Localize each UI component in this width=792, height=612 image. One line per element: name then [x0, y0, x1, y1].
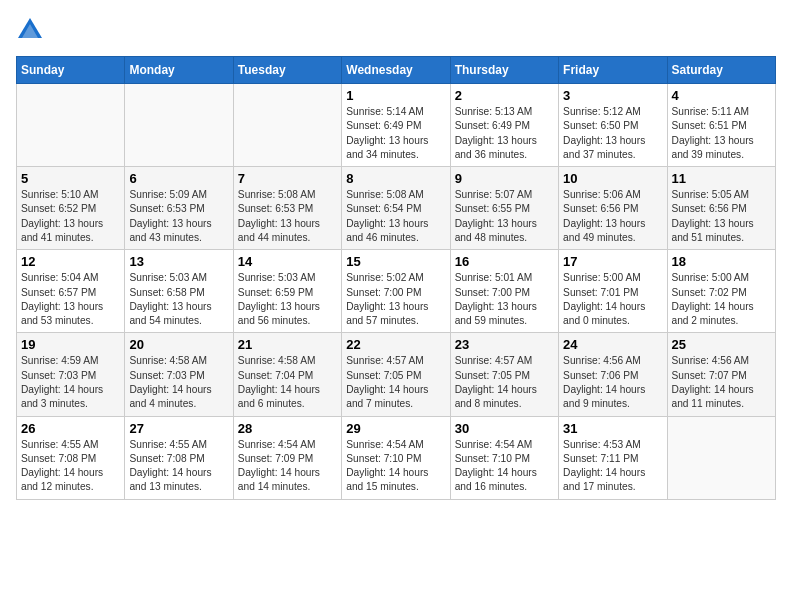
day-number: 8 — [346, 171, 445, 186]
calendar-week-row: 19Sunrise: 4:59 AM Sunset: 7:03 PM Dayli… — [17, 333, 776, 416]
calendar-cell: 19Sunrise: 4:59 AM Sunset: 7:03 PM Dayli… — [17, 333, 125, 416]
calendar-cell: 13Sunrise: 5:03 AM Sunset: 6:58 PM Dayli… — [125, 250, 233, 333]
calendar-cell — [17, 84, 125, 167]
day-info: Sunrise: 5:04 AM Sunset: 6:57 PM Dayligh… — [21, 271, 120, 328]
day-number: 25 — [672, 337, 771, 352]
day-number: 12 — [21, 254, 120, 269]
day-info: Sunrise: 4:58 AM Sunset: 7:03 PM Dayligh… — [129, 354, 228, 411]
day-info: Sunrise: 5:06 AM Sunset: 6:56 PM Dayligh… — [563, 188, 662, 245]
calendar-week-row: 1Sunrise: 5:14 AM Sunset: 6:49 PM Daylig… — [17, 84, 776, 167]
day-number: 26 — [21, 421, 120, 436]
day-info: Sunrise: 4:57 AM Sunset: 7:05 PM Dayligh… — [346, 354, 445, 411]
day-number: 22 — [346, 337, 445, 352]
day-header-wednesday: Wednesday — [342, 57, 450, 84]
day-number: 29 — [346, 421, 445, 436]
day-info: Sunrise: 4:55 AM Sunset: 7:08 PM Dayligh… — [21, 438, 120, 495]
day-info: Sunrise: 5:03 AM Sunset: 6:59 PM Dayligh… — [238, 271, 337, 328]
calendar-cell — [233, 84, 341, 167]
day-number: 13 — [129, 254, 228, 269]
day-number: 28 — [238, 421, 337, 436]
day-info: Sunrise: 5:10 AM Sunset: 6:52 PM Dayligh… — [21, 188, 120, 245]
calendar-cell: 22Sunrise: 4:57 AM Sunset: 7:05 PM Dayli… — [342, 333, 450, 416]
calendar-week-row: 12Sunrise: 5:04 AM Sunset: 6:57 PM Dayli… — [17, 250, 776, 333]
calendar-header-row: SundayMondayTuesdayWednesdayThursdayFrid… — [17, 57, 776, 84]
calendar-cell: 12Sunrise: 5:04 AM Sunset: 6:57 PM Dayli… — [17, 250, 125, 333]
day-number: 21 — [238, 337, 337, 352]
day-info: Sunrise: 5:09 AM Sunset: 6:53 PM Dayligh… — [129, 188, 228, 245]
calendar-cell — [667, 416, 775, 499]
calendar-cell — [125, 84, 233, 167]
day-info: Sunrise: 4:57 AM Sunset: 7:05 PM Dayligh… — [455, 354, 554, 411]
day-info: Sunrise: 5:11 AM Sunset: 6:51 PM Dayligh… — [672, 105, 771, 162]
day-info: Sunrise: 5:08 AM Sunset: 6:54 PM Dayligh… — [346, 188, 445, 245]
calendar-cell: 29Sunrise: 4:54 AM Sunset: 7:10 PM Dayli… — [342, 416, 450, 499]
day-number: 7 — [238, 171, 337, 186]
day-info: Sunrise: 5:14 AM Sunset: 6:49 PM Dayligh… — [346, 105, 445, 162]
calendar-cell: 25Sunrise: 4:56 AM Sunset: 7:07 PM Dayli… — [667, 333, 775, 416]
day-info: Sunrise: 4:54 AM Sunset: 7:10 PM Dayligh… — [346, 438, 445, 495]
calendar-cell: 7Sunrise: 5:08 AM Sunset: 6:53 PM Daylig… — [233, 167, 341, 250]
day-number: 30 — [455, 421, 554, 436]
calendar-cell: 8Sunrise: 5:08 AM Sunset: 6:54 PM Daylig… — [342, 167, 450, 250]
calendar-cell: 2Sunrise: 5:13 AM Sunset: 6:49 PM Daylig… — [450, 84, 558, 167]
calendar-cell: 31Sunrise: 4:53 AM Sunset: 7:11 PM Dayli… — [559, 416, 667, 499]
logo-icon — [16, 16, 44, 44]
calendar-cell: 23Sunrise: 4:57 AM Sunset: 7:05 PM Dayli… — [450, 333, 558, 416]
day-number: 20 — [129, 337, 228, 352]
day-number: 27 — [129, 421, 228, 436]
day-info: Sunrise: 4:58 AM Sunset: 7:04 PM Dayligh… — [238, 354, 337, 411]
calendar-cell: 4Sunrise: 5:11 AM Sunset: 6:51 PM Daylig… — [667, 84, 775, 167]
logo — [16, 16, 48, 44]
day-info: Sunrise: 5:00 AM Sunset: 7:01 PM Dayligh… — [563, 271, 662, 328]
day-number: 18 — [672, 254, 771, 269]
day-info: Sunrise: 4:59 AM Sunset: 7:03 PM Dayligh… — [21, 354, 120, 411]
day-info: Sunrise: 4:54 AM Sunset: 7:10 PM Dayligh… — [455, 438, 554, 495]
day-header-monday: Monday — [125, 57, 233, 84]
day-number: 4 — [672, 88, 771, 103]
day-info: Sunrise: 5:08 AM Sunset: 6:53 PM Dayligh… — [238, 188, 337, 245]
day-info: Sunrise: 4:56 AM Sunset: 7:06 PM Dayligh… — [563, 354, 662, 411]
day-number: 14 — [238, 254, 337, 269]
day-header-saturday: Saturday — [667, 57, 775, 84]
calendar-cell: 17Sunrise: 5:00 AM Sunset: 7:01 PM Dayli… — [559, 250, 667, 333]
day-number: 9 — [455, 171, 554, 186]
day-info: Sunrise: 4:54 AM Sunset: 7:09 PM Dayligh… — [238, 438, 337, 495]
calendar-cell: 16Sunrise: 5:01 AM Sunset: 7:00 PM Dayli… — [450, 250, 558, 333]
page-header — [16, 16, 776, 44]
calendar-cell: 15Sunrise: 5:02 AM Sunset: 7:00 PM Dayli… — [342, 250, 450, 333]
day-number: 24 — [563, 337, 662, 352]
day-header-thursday: Thursday — [450, 57, 558, 84]
day-number: 6 — [129, 171, 228, 186]
day-header-sunday: Sunday — [17, 57, 125, 84]
day-number: 16 — [455, 254, 554, 269]
calendar-cell: 10Sunrise: 5:06 AM Sunset: 6:56 PM Dayli… — [559, 167, 667, 250]
day-info: Sunrise: 5:03 AM Sunset: 6:58 PM Dayligh… — [129, 271, 228, 328]
day-number: 1 — [346, 88, 445, 103]
day-header-friday: Friday — [559, 57, 667, 84]
calendar-cell: 27Sunrise: 4:55 AM Sunset: 7:08 PM Dayli… — [125, 416, 233, 499]
calendar-cell: 18Sunrise: 5:00 AM Sunset: 7:02 PM Dayli… — [667, 250, 775, 333]
day-info: Sunrise: 5:05 AM Sunset: 6:56 PM Dayligh… — [672, 188, 771, 245]
day-number: 2 — [455, 88, 554, 103]
day-info: Sunrise: 4:53 AM Sunset: 7:11 PM Dayligh… — [563, 438, 662, 495]
calendar-cell: 11Sunrise: 5:05 AM Sunset: 6:56 PM Dayli… — [667, 167, 775, 250]
day-number: 5 — [21, 171, 120, 186]
day-info: Sunrise: 4:55 AM Sunset: 7:08 PM Dayligh… — [129, 438, 228, 495]
day-info: Sunrise: 5:13 AM Sunset: 6:49 PM Dayligh… — [455, 105, 554, 162]
day-header-tuesday: Tuesday — [233, 57, 341, 84]
calendar-cell: 1Sunrise: 5:14 AM Sunset: 6:49 PM Daylig… — [342, 84, 450, 167]
day-number: 17 — [563, 254, 662, 269]
day-info: Sunrise: 5:02 AM Sunset: 7:00 PM Dayligh… — [346, 271, 445, 328]
day-info: Sunrise: 5:01 AM Sunset: 7:00 PM Dayligh… — [455, 271, 554, 328]
calendar-cell: 9Sunrise: 5:07 AM Sunset: 6:55 PM Daylig… — [450, 167, 558, 250]
day-number: 23 — [455, 337, 554, 352]
calendar-cell: 30Sunrise: 4:54 AM Sunset: 7:10 PM Dayli… — [450, 416, 558, 499]
calendar-cell: 20Sunrise: 4:58 AM Sunset: 7:03 PM Dayli… — [125, 333, 233, 416]
calendar-cell: 14Sunrise: 5:03 AM Sunset: 6:59 PM Dayli… — [233, 250, 341, 333]
day-number: 10 — [563, 171, 662, 186]
day-info: Sunrise: 5:00 AM Sunset: 7:02 PM Dayligh… — [672, 271, 771, 328]
day-info: Sunrise: 5:07 AM Sunset: 6:55 PM Dayligh… — [455, 188, 554, 245]
calendar-week-row: 5Sunrise: 5:10 AM Sunset: 6:52 PM Daylig… — [17, 167, 776, 250]
day-info: Sunrise: 4:56 AM Sunset: 7:07 PM Dayligh… — [672, 354, 771, 411]
calendar-cell: 6Sunrise: 5:09 AM Sunset: 6:53 PM Daylig… — [125, 167, 233, 250]
